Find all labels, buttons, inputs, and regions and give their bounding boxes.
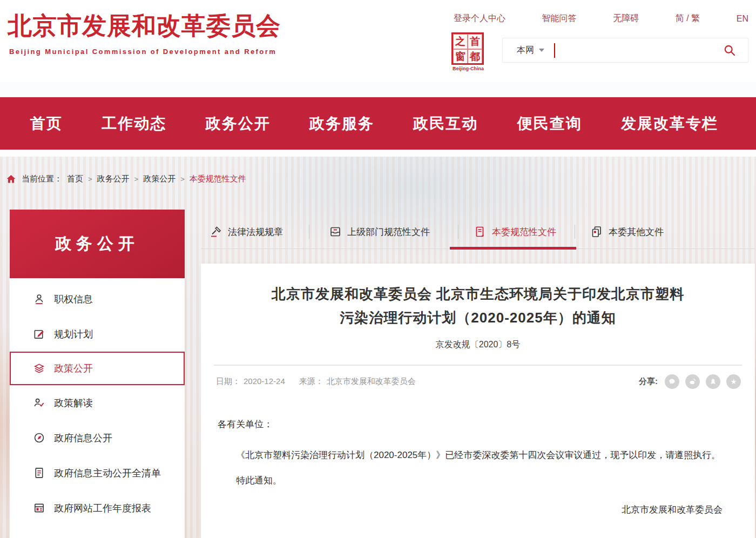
nav-item-development-reform-column[interactable]: 发展改革专栏 — [621, 113, 718, 134]
favorite-star-icon[interactable]: ★ — [726, 374, 741, 389]
share-bar: 分享: ★ — [639, 374, 741, 389]
active-tab-underline — [450, 247, 576, 250]
seal-char: 窗 — [453, 49, 468, 64]
sidebar-item-label: 规划计划 — [54, 328, 93, 341]
article-source: 北京市发展和改革委员会 — [327, 376, 416, 387]
sidebar-item-label: 政府网站工作年度报表 — [54, 502, 151, 515]
sidebar-item-proactive-disclosure-list[interactable]: 政府信息主动公开全清单 — [10, 455, 185, 490]
nav-item-public-interaction[interactable]: 政民互动 — [413, 113, 478, 134]
article-body: 各有关单位： 《北京市塑料污染治理行动计划（2020-2025年）》已经市委深改… — [218, 418, 723, 516]
date-label: 日期： — [216, 376, 240, 387]
article-meta: 日期： 2020-12-24 来源： 北京市发展和改革委员会 分享: ★ — [216, 374, 741, 389]
wechat-share-icon[interactable] — [665, 374, 679, 389]
tab-divider — [458, 225, 458, 239]
edit-plan-icon — [32, 328, 45, 341]
tab-label: 上级部门规范性文件 — [347, 226, 430, 238]
nav-item-work-updates[interactable]: 工作动态 — [102, 113, 166, 134]
login-personal-center-link[interactable]: 登录个人中心 — [454, 13, 505, 24]
badge-icon — [32, 293, 45, 306]
breadcrumb-separator: > — [134, 175, 139, 183]
sidebar-item-label: 政府信息主动公开全清单 — [54, 467, 161, 480]
sidebar-item-plans[interactable]: 规划计划 — [10, 317, 185, 352]
layers-icon — [32, 362, 45, 375]
sidebar-menu: 职权信息 规划计划 政策公开 政策解读 — [10, 278, 185, 538]
breadcrumb-label: 当前位置： — [22, 174, 62, 184]
document-type-tabs: 法律法规规章 上级部门规范性文件 本委规范性文件 本委其他文件 — [201, 216, 755, 247]
sidebar-item-label: 政策公开 — [54, 362, 93, 375]
sidebar-item-gov-info-disclosure[interactable]: 政府信息公开 — [10, 420, 185, 455]
breadcrumb-policy-disclosure[interactable]: 政策公开 — [143, 174, 176, 184]
simplified-traditional-toggle[interactable]: 简 / 繁 — [676, 13, 700, 24]
nav-item-convenient-inquiry[interactable]: 便民查询 — [517, 113, 582, 134]
quick-links: 登录个人中心 智能问答 无障碍 简 / 繁 EN — [454, 13, 748, 24]
site-logo-title[interactable]: 北京市发展和改革委员会 — [8, 10, 281, 42]
sidebar-item-decision-catalog[interactable]: 决策目录 — [10, 526, 185, 538]
tab-commission-normative-documents[interactable]: 本委规范性文件 — [474, 225, 556, 238]
search-icon[interactable] — [723, 44, 736, 57]
gavel-icon — [210, 225, 222, 238]
spacer — [288, 376, 296, 387]
copy-documents-icon — [590, 225, 603, 238]
article-salutation: 各有关单位： — [218, 418, 723, 431]
sidebar-header: 政务公开 — [10, 210, 185, 278]
home-icon[interactable] — [5, 173, 17, 185]
breadcrumb-home[interactable]: 首页 — [67, 174, 83, 184]
chevron-down-icon — [539, 49, 544, 52]
document-icon — [474, 225, 487, 238]
nav-item-gov-affairs-disclosure[interactable]: 政务公开 — [206, 113, 271, 134]
beijing-china-seal-logo[interactable]: 之 首 窗 都 Beijing-China — [451, 32, 485, 71]
nav-item-gov-services[interactable]: 政务服务 — [309, 113, 374, 134]
report-table-icon — [32, 502, 45, 515]
tab-label: 本委其他文件 — [609, 226, 664, 238]
search-input[interactable] — [555, 39, 723, 61]
tab-label: 本委规范性文件 — [492, 226, 556, 238]
sidebar-item-label: 政策解读 — [54, 396, 93, 409]
seal-caption: Beijing-China — [451, 66, 485, 71]
accessibility-link[interactable]: 无障碍 — [613, 13, 639, 24]
search-bar: 本网 — [502, 38, 748, 63]
article-meta-left: 日期： 2020-12-24 来源： 北京市发展和改革委员会 — [216, 376, 416, 387]
main-nav: 首页 工作动态 政务公开 政务服务 政民互动 便民查询 发展改革专栏 — [0, 97, 756, 150]
sidebar-item-label: 职权信息 — [54, 293, 93, 306]
meta-divider — [214, 365, 742, 366]
article-paragraph: 《北京市塑料污染治理行动计划（2020-2025年）》已经市委深改委第十四次会议… — [218, 444, 723, 467]
tab-divider — [575, 225, 575, 239]
weibo-share-icon[interactable] — [685, 374, 700, 389]
tab-commission-other-documents[interactable]: 本委其他文件 — [590, 225, 664, 238]
document-number: 京发改规〔2020〕8号 — [201, 339, 755, 351]
breadcrumb-separator: > — [180, 175, 185, 183]
breadcrumb-separator: > — [88, 175, 92, 183]
seal-char: 都 — [468, 49, 482, 64]
compass-icon — [32, 432, 45, 445]
qq-share-icon[interactable] — [706, 374, 720, 389]
english-link[interactable]: EN — [737, 14, 748, 24]
seal-char: 之 — [453, 34, 468, 49]
site-logo-subtitle: Beijing Municipal Commission of Developm… — [9, 48, 276, 56]
breadcrumb-current: 本委规范性文件 — [190, 174, 246, 184]
tab-divider — [309, 225, 309, 239]
tab-laws-regulations[interactable]: 法律法规规章 — [210, 225, 283, 238]
sidebar-item-policy-disclosure[interactable]: 政策公开 — [10, 352, 185, 385]
sidebar-item-label: 政府信息公开 — [54, 432, 112, 445]
breadcrumb-gov-disclosure[interactable]: 政务公开 — [97, 174, 130, 184]
seal-char: 首 — [468, 34, 482, 49]
source-label: 来源： — [299, 376, 323, 387]
article-date: 2020-12-24 — [244, 376, 285, 387]
person-check-icon — [32, 396, 45, 409]
sidebar-item-authority-info[interactable]: 职权信息 — [10, 281, 185, 317]
search-scope-label: 本网 — [517, 45, 534, 56]
sidebar-item-policy-interpretation[interactable]: 政策解读 — [10, 385, 185, 420]
nav-item-home[interactable]: 首页 — [30, 113, 63, 134]
tab-label: 法律法规规章 — [228, 226, 283, 238]
breadcrumb: 当前位置： 首页 > 政务公开 > 政策公开 > 本委规范性文件 — [5, 171, 246, 187]
smart-qa-link[interactable]: 智能问答 — [542, 13, 577, 24]
page: 北京市发展和改革委员会 Beijing Municipal Commission… — [0, 0, 756, 538]
article-title: 北京市发展和改革委员会 北京市生态环境局关于印发北京市塑料 污染治理行动计划（2… — [201, 282, 755, 329]
article-panel: 北京市发展和改革委员会 北京市生态环境局关于印发北京市塑料 污染治理行动计划（2… — [201, 264, 755, 538]
sidebar-item-website-annual-report[interactable]: 政府网站工作年度报表 — [10, 490, 185, 526]
tab-superior-normative-documents[interactable]: 上级部门规范性文件 — [329, 225, 430, 238]
seal-characters: 之 首 窗 都 — [451, 32, 484, 65]
document-list-icon — [32, 467, 45, 480]
sidebar: 政务公开 职权信息 规划计划 政策公开 — [10, 210, 185, 538]
search-scope-dropdown[interactable]: 本网 — [503, 45, 554, 56]
